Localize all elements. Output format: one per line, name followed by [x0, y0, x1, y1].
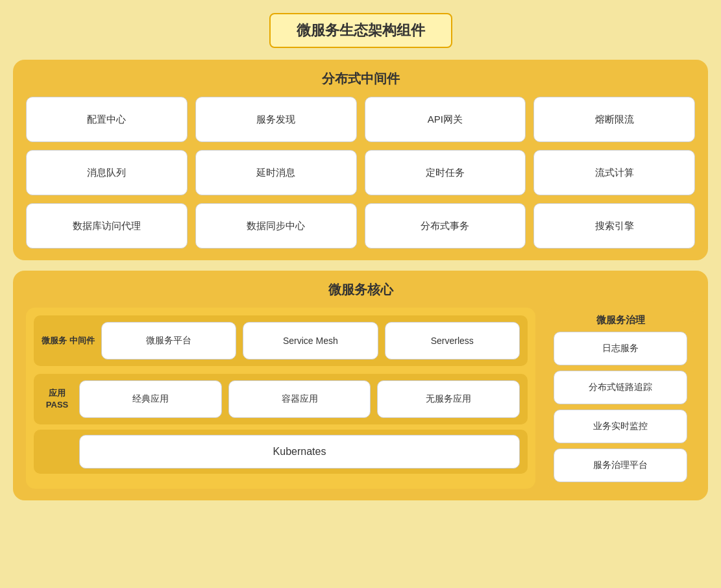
pass-block: 应用PASS 经典应用容器应用无服务应用 Kubernates [34, 374, 528, 474]
distributed-title: 分布式中间件 [26, 70, 695, 88]
governance-title: 微服务治理 [554, 314, 687, 326]
page-title: 微服务生态架构组件 [269, 13, 452, 48]
middleware-grid: 配置中心服务发现API网关熔断限流消息队列延时消息定时任务流式计算数据库访问代理… [26, 97, 695, 249]
kubernetes-card: Kubernates [79, 435, 520, 469]
middleware-row: 微服务 中间件 微服务平台Service MeshServerless [34, 315, 528, 366]
microservice-section: 微服务核心 微服务 中间件 微服务平台Service MeshServerles… [13, 271, 708, 500]
microservice-middleware-card: 微服务平台 [101, 322, 236, 360]
pass-app-card: 容器应用 [228, 380, 371, 418]
middleware-card: 延时消息 [195, 150, 357, 195]
governance-item-card: 服务治理平台 [554, 448, 687, 482]
microservice-core: 微服务 中间件 微服务平台Service MeshServerless 应用PA… [26, 308, 695, 489]
pass-app-card: 经典应用 [79, 380, 222, 418]
middleware-row-label: 微服务 中间件 [42, 335, 95, 347]
middleware-card: 配置中心 [26, 97, 188, 142]
middleware-card: 服务发现 [195, 97, 357, 142]
middleware-card: 流式计算 [533, 150, 695, 195]
governance-item-card: 日志服务 [554, 332, 687, 365]
main-container: 分布式中间件 配置中心服务发现API网关熔断限流消息队列延时消息定时任务流式计算… [13, 60, 708, 575]
middleware-card: 定时任务 [365, 150, 526, 195]
governance-list: 日志服务分布式链路追踪业务实时监控服务治理平台 [554, 332, 687, 482]
microservice-title: 微服务核心 [26, 281, 695, 299]
pass-app-card: 无服务应用 [377, 380, 520, 418]
governance-item-card: 分布式链路追踪 [554, 371, 687, 404]
left-core: 微服务 中间件 微服务平台Service MeshServerless 应用PA… [26, 308, 535, 489]
pass-row: 应用PASS 经典应用容器应用无服务应用 [34, 374, 528, 424]
middleware-cards: 微服务平台Service MeshServerless [101, 322, 520, 360]
governance-panel: 微服务治理 日志服务分布式链路追踪业务实时监控服务治理平台 [546, 308, 695, 489]
middleware-card: 搜索引擎 [533, 203, 695, 249]
kubernetes-row: Kubernates [34, 430, 528, 474]
middleware-card: 消息队列 [26, 150, 188, 195]
pass-row-label: 应用PASS [42, 387, 73, 411]
microservice-middleware-card: Serverless [385, 322, 520, 360]
middleware-card: 熔断限流 [533, 97, 695, 142]
middleware-card: 数据库访问代理 [26, 203, 188, 249]
middleware-card: API网关 [365, 97, 526, 142]
middleware-card: 数据同步中心 [195, 203, 357, 249]
distributed-section: 分布式中间件 配置中心服务发现API网关熔断限流消息队列延时消息定时任务流式计算… [13, 60, 708, 260]
microservice-middleware-card: Service Mesh [243, 322, 378, 360]
governance-item-card: 业务实时监控 [554, 410, 687, 443]
middleware-card: 分布式事务 [365, 203, 526, 249]
pass-cards: 经典应用容器应用无服务应用 [79, 380, 520, 418]
